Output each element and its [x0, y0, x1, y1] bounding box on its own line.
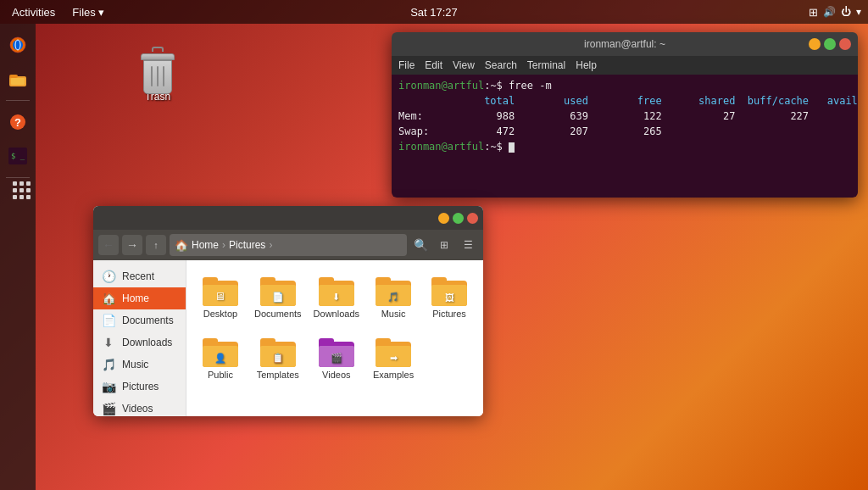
sidebar-label-music: Music [122, 359, 148, 370]
terminal-maximize-button[interactable] [824, 38, 836, 50]
folder-templates-label: Templates [257, 370, 299, 381]
fm-back-button[interactable]: ← [98, 235, 119, 255]
folder-public-label: Public [208, 370, 233, 381]
fm-forward-button[interactable]: → [122, 235, 142, 255]
breadcrumb-sep: › [222, 239, 225, 251]
pictures-icon: 📷 [102, 380, 115, 393]
sidebar-item-videos[interactable]: 🎬 Videos [93, 398, 186, 416]
dock-terminal[interactable]: $ _ [3, 142, 32, 170]
trash-body [143, 60, 172, 94]
sidebar-item-pictures[interactable]: 📷 Pictures [93, 376, 186, 398]
sidebar-label-downloads: Downloads [122, 337, 172, 348]
sidebar-item-downloads[interactable]: ⬇ Downloads [93, 331, 186, 354]
dock-browser[interactable] [3, 31, 32, 59]
sidebar-item-home[interactable]: 🏠 Home [93, 287, 186, 309]
terminal-menubar: File Edit View Search Terminal Help [392, 56, 858, 75]
recent-icon: 🕐 [102, 270, 115, 283]
terminal-menu-help[interactable]: Help [576, 59, 597, 71]
fm-search-button[interactable]: 🔍 [410, 235, 431, 255]
fm-main-area: 🖥 Desktop 📄 Documents [186, 260, 483, 416]
fm-home-icon: 🏠 [175, 239, 188, 252]
sidebar-label-documents: Documents [122, 315, 174, 326]
svg-point-1 [13, 40, 23, 50]
folder-downloads[interactable]: ⬇ Downloads [310, 269, 363, 325]
trash-handle [152, 47, 164, 52]
filemanager-titlebar [93, 206, 483, 230]
session-icon[interactable]: ▾ [856, 6, 861, 18]
fm-content: 🕐 Recent 🏠 Home 📄 Documents ⬇ Downloads … [93, 260, 483, 416]
sidebar-label-pictures: Pictures [122, 381, 159, 393]
fm-minimize-button[interactable] [438, 213, 449, 224]
svg-text:?: ? [14, 116, 21, 129]
terminal-close-button[interactable] [839, 38, 851, 50]
svg-rect-4 [9, 75, 18, 78]
terminal-menu-edit[interactable]: Edit [425, 59, 442, 71]
sidebar-item-recent[interactable]: 🕐 Recent [93, 265, 186, 287]
fm-up-button[interactable]: ↑ [146, 235, 166, 255]
breadcrumb-home[interactable]: Home [192, 239, 219, 251]
folder-templates[interactable]: 📋 Templates [251, 330, 305, 386]
fm-breadcrumb: 🏠 Home › Pictures › [170, 234, 407, 256]
fm-folder-grid: 🖥 Desktop 📄 Documents [195, 269, 475, 386]
sidebar-label-recent: Recent [122, 270, 154, 282]
fm-toolbar: ← → ↑ 🏠 Home › Pictures › 🔍 ⊞ ☰ [93, 230, 483, 260]
terminal-titlebar: ironman@artful: ~ [392, 32, 858, 56]
fm-list-view[interactable]: ☰ [458, 235, 478, 255]
folder-pictures-label: Pictures [432, 309, 466, 320]
show-apps-button[interactable] [8, 176, 36, 205]
dock: ? $ _ [0, 24, 36, 490]
folder-music[interactable]: 🎵 Music [368, 269, 419, 325]
sidebar-label-home: Home [122, 292, 149, 304]
filemanager-window: ← → ↑ 🏠 Home › Pictures › 🔍 ⊞ ☰ 🕐 Recent… [93, 206, 483, 416]
folder-desktop[interactable]: 🖥 Desktop [195, 269, 246, 325]
power-icon[interactable]: ⏻ [841, 6, 851, 18]
folder-desktop-label: Desktop [203, 309, 237, 320]
svg-rect-5 [11, 78, 25, 85]
dock-sep-1 [6, 100, 30, 101]
downloads-icon: ⬇ [102, 336, 115, 349]
fm-sidebar: 🕐 Recent 🏠 Home 📄 Documents ⬇ Downloads … [93, 260, 186, 416]
breadcrumb-more: › [269, 239, 272, 251]
folder-public[interactable]: 👤 Public [195, 330, 246, 386]
videos-icon: 🎬 [102, 402, 115, 415]
music-icon: 🎵 [102, 358, 115, 371]
terminal-minimize-button[interactable] [809, 38, 821, 50]
breadcrumb-sub[interactable]: Pictures [229, 239, 265, 251]
sound-icon[interactable]: 🔊 [823, 6, 836, 18]
sidebar-item-documents[interactable]: 📄 Documents [93, 309, 186, 331]
terminal-body[interactable]: ironman@artful:~$ free -m total used fre… [392, 75, 858, 198]
clock: Sat 17:27 [410, 6, 458, 19]
fm-view-toggle[interactable]: ⊞ [434, 235, 454, 255]
folder-videos[interactable]: 🎬 Videos [310, 330, 363, 386]
terminal-menu-view[interactable]: View [453, 59, 475, 71]
sidebar-item-music[interactable]: 🎵 Music [93, 354, 186, 376]
sidebar-label-videos: Videos [122, 403, 153, 415]
fm-close-button[interactable] [467, 213, 478, 224]
network-icon[interactable]: ⊞ [809, 6, 818, 19]
terminal-menu-file[interactable]: File [398, 59, 415, 71]
folder-downloads-label: Downloads [314, 309, 359, 320]
terminal-window: ironman@artful: ~ File Edit View Search … [392, 32, 858, 198]
dock-help[interactable]: ? [3, 108, 32, 136]
folder-examples-label: Examples [373, 370, 414, 381]
folder-videos-label: Videos [322, 370, 350, 381]
documents-icon: 📄 [102, 314, 115, 327]
folder-examples[interactable]: ➡ Examples [368, 330, 419, 386]
folder-pictures[interactable]: 🖼 Pictures [424, 269, 475, 325]
trash-lid [141, 53, 175, 60]
dock-files[interactable] [3, 64, 32, 93]
terminal-menu-terminal[interactable]: Terminal [527, 59, 565, 71]
fm-maximize-button[interactable] [453, 213, 464, 224]
topbar: Activities Files ▾ Sat 17:27 ⊞ 🔊 ⏻ ▾ [0, 0, 868, 24]
terminal-menu-search[interactable]: Search [485, 59, 517, 71]
folder-documents-label: Documents [254, 309, 302, 320]
desktop-trash-icon[interactable]: Trash [140, 47, 175, 103]
folder-music-label: Music [381, 309, 406, 320]
terminal-title: ironman@artful: ~ [584, 38, 665, 50]
files-menu[interactable]: Files ▾ [67, 4, 109, 20]
activities-button[interactable]: Activities [7, 4, 60, 20]
svg-text:$ _: $ _ [11, 152, 25, 160]
folder-documents[interactable]: 📄 Documents [251, 269, 305, 325]
home-icon: 🏠 [102, 292, 115, 305]
